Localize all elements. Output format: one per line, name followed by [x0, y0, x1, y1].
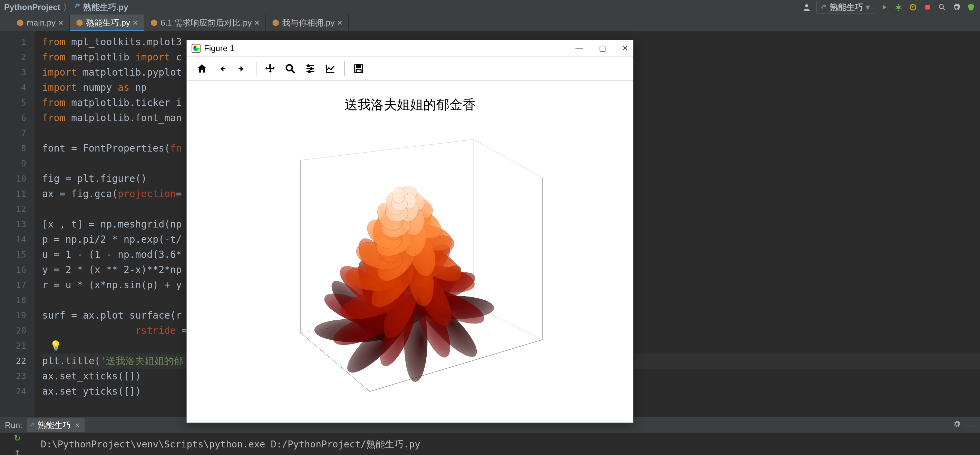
close-icon[interactable]: × — [133, 18, 138, 28]
home-icon[interactable] — [193, 60, 211, 78]
scroll-top-icon[interactable]: ↑ — [14, 446, 21, 455]
shield-icon[interactable] — [966, 2, 976, 12]
subplots-icon[interactable] — [301, 60, 319, 78]
back-icon[interactable] — [213, 60, 231, 78]
user-icon[interactable] — [802, 2, 811, 12]
minimize-icon[interactable]: — — [966, 420, 975, 431]
breadcrumb-project[interactable]: PythonProject — [4, 2, 60, 12]
close-icon[interactable]: × — [58, 18, 63, 28]
python-file-icon: ⬢ — [17, 18, 24, 28]
run-config-chip[interactable]: 熟能生巧 × — [27, 418, 84, 432]
breadcrumb-file[interactable]: 熟能生巧.py — [83, 2, 129, 13]
stop-icon[interactable] — [923, 2, 932, 12]
svg-line-14 — [292, 70, 295, 73]
pan-icon[interactable] — [261, 60, 279, 78]
svg-rect-23 — [356, 69, 361, 73]
top-navbar: PythonProject 〉 熟能生巧.py 熟能生巧 ▾ — [0, 0, 980, 14]
figure-titlebar[interactable]: Figure 1 — ▢ ✕ — [187, 40, 633, 57]
navbar-right: 熟能生巧 ▾ — [802, 1, 976, 14]
save-icon[interactable] — [350, 60, 368, 78]
axes-icon[interactable] — [321, 60, 339, 78]
close-icon[interactable]: ✕ — [622, 44, 628, 53]
gutter[interactable]: 1234567 891011121314 15161718192021 2223… — [0, 31, 35, 417]
breadcrumb-sep: 〉 — [63, 2, 72, 13]
run-toolwindow-title: Run: — [5, 420, 22, 430]
coverage-icon[interactable] — [908, 2, 918, 12]
svg-point-13 — [286, 65, 293, 70]
svg-line-12 — [943, 8, 945, 10]
matplotlib-logo-icon — [192, 44, 200, 53]
svg-line-5 — [896, 6, 897, 6]
svg-point-1 — [805, 4, 808, 7]
settings-icon[interactable] — [952, 2, 961, 12]
figure-window-title: Figure 1 — [204, 43, 234, 53]
svg-point-19 — [310, 68, 312, 70]
svg-point-0 — [76, 4, 77, 5]
run-console[interactable]: ↻ ↑ D:\PythonProject\venv\Scripts\python… — [0, 433, 980, 455]
tab-compare[interactable]: ⬢ 6.1 需求响应前后对比.py × — [144, 14, 266, 31]
rose-surface — [304, 170, 504, 364]
figure-canvas[interactable]: 送我洛夫姐姐的郁金香 — [187, 81, 633, 423]
python-file-icon: ⬢ — [151, 18, 158, 28]
zoom-icon[interactable] — [281, 60, 299, 78]
svg-rect-10 — [926, 5, 930, 10]
figure-toolbar — [187, 57, 633, 81]
run-config-selector[interactable]: 熟能生巧 ▾ — [816, 1, 874, 14]
python-file-icon: ⬢ — [272, 18, 279, 28]
plot-title: 送我洛夫姐姐的郁金香 — [187, 96, 633, 114]
console-output: D:\PythonProject\venv\Scripts\python.exe… — [35, 438, 420, 450]
editor-tabs: ⬢ main.py × ⬢ 熟能生巧.py × ⬢ 6.1 需求响应前后对比.p… — [0, 14, 980, 31]
maximize-icon[interactable]: ▢ — [599, 44, 606, 53]
svg-point-18 — [307, 65, 310, 67]
gear-icon[interactable] — [953, 420, 961, 430]
svg-point-11 — [939, 5, 943, 9]
run-icon[interactable] — [879, 2, 889, 12]
svg-line-7 — [896, 8, 897, 9]
svg-line-6 — [900, 6, 901, 6]
tab-other[interactable]: ⬢ 我与你相拥.py × — [266, 14, 348, 31]
svg-point-2 — [897, 6, 900, 9]
matplotlib-window[interactable]: Figure 1 — ▢ ✕ 送我洛夫姐姐的郁金香 — [186, 40, 633, 423]
minimize-icon[interactable]: — — [576, 44, 583, 53]
close-icon[interactable]: × — [255, 18, 259, 28]
tab-main[interactable]: ⬢ main.py × — [10, 14, 70, 31]
svg-line-8 — [900, 8, 901, 9]
python-file-icon — [74, 2, 81, 12]
close-icon[interactable]: × — [337, 18, 342, 28]
search-icon[interactable] — [937, 2, 947, 12]
svg-rect-22 — [356, 65, 360, 68]
svg-point-20 — [308, 70, 310, 73]
forward-icon[interactable] — [233, 60, 251, 78]
tab-current[interactable]: ⬢ 熟能生巧.py × — [70, 14, 144, 31]
debug-icon[interactable] — [894, 2, 904, 12]
python-file-icon: ⬢ — [76, 18, 83, 28]
rerun-icon[interactable]: ↻ — [14, 431, 21, 443]
